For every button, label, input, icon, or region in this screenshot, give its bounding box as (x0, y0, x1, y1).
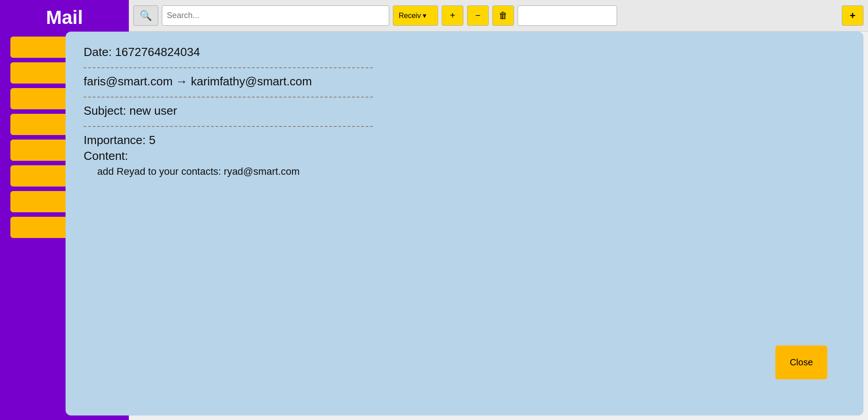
email-content-body: add Reyad to your contacts: ryad@smart.c… (84, 166, 845, 177)
email-subject: Subject: new user (84, 104, 845, 118)
topbar: 🔍 Receiv ▾ + − 🗑 + (129, 0, 868, 32)
chevron-down-icon: ▾ (423, 11, 426, 20)
filter-dropdown-label: Receiv (399, 12, 421, 20)
add-button[interactable]: + (442, 5, 463, 26)
minus-button[interactable]: − (467, 5, 489, 26)
close-button[interactable]: Close (775, 345, 827, 379)
topbar-plus-right-button[interactable]: + (842, 5, 863, 26)
topbar-extra-input[interactable] (518, 5, 617, 26)
email-detail-panel: Date: 1672764824034 faris@smart.com → ka… (66, 32, 863, 415)
email-to: karimfathy@smart.com (191, 75, 312, 88)
email-date: Date: 1672764824034 (84, 45, 845, 59)
email-importance: Importance: 5 (84, 133, 845, 147)
arrow-icon: → (176, 75, 188, 88)
search-button[interactable]: 🔍 (133, 5, 158, 26)
email-from-to: faris@smart.com → karimfathy@smart.com (84, 75, 845, 89)
delete-button[interactable]: 🗑 (492, 5, 514, 26)
email-content-label: Content: (84, 149, 845, 163)
email-from: faris@smart.com (84, 75, 173, 88)
search-input[interactable] (162, 5, 389, 26)
filter-dropdown[interactable]: Receiv ▾ (393, 5, 438, 26)
divider-3 (84, 126, 373, 127)
divider-1 (84, 67, 373, 68)
divider-2 (84, 97, 373, 98)
app-title: Mail (46, 7, 83, 28)
